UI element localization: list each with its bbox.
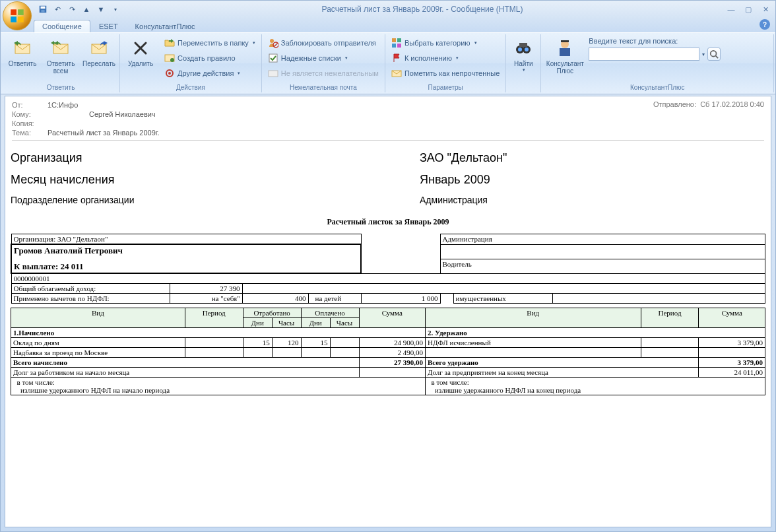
prev-icon[interactable]: ▲ (81, 4, 92, 15)
search-label: Введите текст для поиска: (589, 37, 721, 45)
tab-consultant[interactable]: КонсультантПлюс (127, 20, 204, 32)
undo-icon[interactable]: ↶ (52, 4, 63, 15)
sent-label: Отправлено: (653, 100, 696, 108)
block-icon (268, 38, 278, 48)
block-sender-button[interactable]: Заблокировать отправителя (265, 36, 382, 50)
svg-point-22 (518, 48, 522, 51)
message-area: От:1С:Инфо Отправлено: Сб 17.02.2018 0:4… (5, 96, 771, 527)
svg-rect-26 (561, 40, 569, 42)
svg-rect-13 (269, 54, 277, 62)
slip-title: Расчетный листок за Январь 2009 (11, 217, 765, 227)
window-title: Расчетный лист за Январь 2009г. - Сообще… (121, 5, 724, 14)
safe-lists-button[interactable]: Надежные списки▾ (265, 51, 382, 65)
next-icon[interactable]: ▼ (96, 4, 106, 15)
consultant-button[interactable]: Консультант Плюс (544, 36, 586, 83)
ribbon: Ответить Ответить всем Переслать Ответит… (1, 32, 775, 94)
group-actions-title: Действия (123, 83, 259, 92)
info-table: Организация: ЗАО "Дельтаон" Администраци… (11, 234, 765, 304)
from-value: 1С:Инфо (48, 101, 78, 109)
flag-icon (391, 53, 402, 63)
cc-label: Копия: (12, 119, 48, 127)
to-redacted (48, 110, 89, 118)
forward-icon (88, 38, 110, 59)
consultant-icon (554, 38, 575, 59)
group-junk-title: Нежелательная почта (265, 83, 382, 92)
subject-value: Расчетный лист за Январь 2009г. (48, 129, 160, 137)
save-icon[interactable] (38, 4, 48, 15)
maximize-button[interactable]: ▢ (741, 4, 756, 15)
group-params-title: Параметры (388, 83, 503, 92)
gear-icon (164, 68, 175, 79)
reply-all-button[interactable]: Ответить всем (43, 36, 79, 83)
minimize-button[interactable]: — (724, 4, 738, 15)
mark-unread-button[interactable]: Пометить как непрочтенные (388, 66, 503, 81)
svg-point-28 (711, 51, 717, 57)
close-button[interactable]: ✕ (758, 4, 773, 15)
unread-icon (391, 68, 402, 79)
envelope-icon (268, 68, 278, 79)
svg-rect-27 (560, 48, 570, 56)
category-icon (391, 38, 402, 48)
delete-icon (130, 38, 151, 59)
search-go-button[interactable] (707, 48, 721, 61)
find-button[interactable]: Найти▾ (509, 36, 538, 83)
svg-point-23 (525, 48, 529, 51)
tab-eset[interactable]: ESET (90, 20, 127, 32)
delete-button[interactable]: Удалить (123, 36, 158, 83)
svg-rect-0 (11, 9, 16, 15)
forward-button[interactable]: Переслать (81, 36, 117, 83)
create-rule-button[interactable]: Создать правило (161, 51, 259, 65)
group-consultant-title: КонсультантПлюс (544, 83, 771, 92)
select-category-button[interactable]: Выбрать категорию▾ (388, 36, 503, 50)
subject-label: Тема: (12, 129, 48, 137)
svg-rect-3 (18, 17, 24, 22)
reply-icon (12, 38, 33, 59)
reply-button[interactable]: Ответить (5, 36, 40, 83)
redo-icon[interactable]: ↷ (67, 4, 77, 15)
svg-rect-2 (11, 17, 16, 22)
move-to-folder-button[interactable]: Переместить в папку▾ (161, 36, 259, 50)
followup-button[interactable]: К исполнению▾ (388, 51, 503, 65)
safe-list-icon (268, 53, 278, 63)
tab-message[interactable]: Сообщение (34, 20, 90, 32)
svg-point-11 (270, 39, 274, 43)
from-label: От: (12, 101, 48, 109)
search-input[interactable] (589, 48, 699, 61)
binoculars-icon (513, 38, 534, 59)
ribbon-tabs: Сообщение ESET КонсультантПлюс ? (1, 18, 775, 32)
search-dropdown-icon[interactable]: ▾ (702, 51, 705, 57)
svg-rect-16 (397, 38, 401, 42)
rule-icon (164, 53, 175, 63)
help-button[interactable]: ? (760, 19, 770, 30)
other-actions-button[interactable]: Другие действия▾ (161, 66, 259, 81)
svg-rect-24 (519, 43, 527, 47)
to-value: Сергей Николаевич (89, 110, 156, 118)
svg-rect-14 (269, 71, 278, 77)
svg-rect-1 (18, 9, 24, 15)
message-body[interactable]: ОрганизацияЗАО "Дельтаон" Месяц начислен… (5, 145, 771, 527)
svg-rect-17 (392, 44, 396, 48)
title-bar: ↶ ↷ ▲ ▼ ▾ Расчетный лист за Январь 2009г… (1, 1, 775, 18)
to-label: Кому: (12, 110, 48, 118)
group-reply-title: Ответить (5, 83, 117, 92)
folder-move-icon (164, 38, 175, 48)
sent-value: Сб 17.02.2018 0:40 (700, 100, 764, 108)
payroll-table: Вид Период Отработано Оплачено Сумма Вид… (11, 308, 765, 395)
svg-point-8 (170, 58, 174, 62)
document-header: ОрганизацияЗАО "Дельтаон" Месяц начислен… (11, 151, 765, 205)
svg-rect-18 (397, 44, 401, 48)
svg-point-10 (168, 72, 171, 75)
message-headers: От:1С:Инфо Отправлено: Сб 17.02.2018 0:4… (5, 96, 771, 145)
not-junk-button: Не является нежелательным (265, 66, 382, 81)
svg-rect-15 (392, 38, 396, 42)
office-button[interactable] (3, 1, 32, 30)
qat-dropdown-icon[interactable]: ▾ (110, 4, 121, 15)
reply-all-icon (50, 38, 71, 59)
